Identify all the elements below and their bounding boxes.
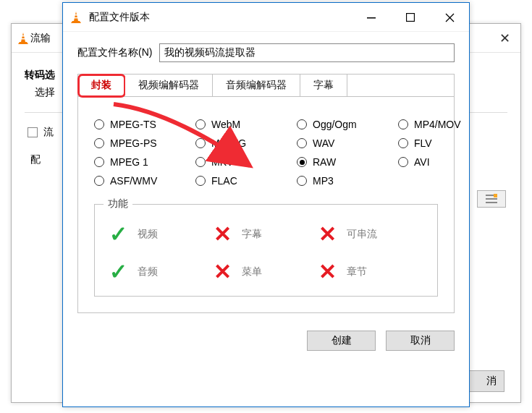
window-controls bbox=[352, 3, 469, 31]
encap-radio-grid: MPEG-TS WebM Ogg/Ogm MP4/MOV MPEG-PS MJP… bbox=[94, 119, 438, 187]
cross-icon: ✕ bbox=[214, 223, 232, 245]
cancel-button[interactable]: 取消 bbox=[386, 331, 455, 351]
profile-name-input[interactable] bbox=[159, 43, 455, 62]
cross-icon: ✕ bbox=[318, 223, 337, 245]
radio-mpegps[interactable]: MPEG-PS bbox=[94, 137, 174, 149]
tab-subtitles[interactable]: 字幕 bbox=[300, 74, 347, 96]
tab-video-codec[interactable]: 视频编解码器 bbox=[125, 74, 213, 96]
radio-webm[interactable]: WebM bbox=[195, 119, 275, 130]
svg-rect-0 bbox=[22, 35, 25, 36]
svg-rect-3 bbox=[486, 198, 497, 200]
maximize-button[interactable] bbox=[391, 3, 430, 32]
maximize-icon bbox=[406, 13, 415, 22]
features-legend: 功能 bbox=[104, 197, 132, 210]
features-grid: ✓视频 ✕字幕 ✕可串流 ✓音频 ✕菜单 ✕章节 bbox=[109, 223, 423, 283]
radio-mpegts[interactable]: MPEG-TS bbox=[94, 119, 174, 130]
radio-mp3[interactable]: MP3 bbox=[297, 175, 376, 187]
svg-rect-9 bbox=[407, 14, 415, 22]
feature-stream: ✕可串流 bbox=[318, 223, 423, 245]
dialog-body: 配置文件名称(N) 封装 视频编解码器 音频编解码器 字幕 MPEG-TS We… bbox=[63, 32, 469, 323]
vlc-cone-icon bbox=[69, 10, 83, 25]
check-icon: ✓ bbox=[109, 261, 127, 283]
radio-ogg[interactable]: Ogg/Ogm bbox=[297, 119, 376, 130]
profile-name-row: 配置文件名称(N) bbox=[77, 43, 455, 62]
svg-rect-1 bbox=[22, 38, 25, 39]
vlc-cone-icon bbox=[16, 31, 30, 46]
radio-flv[interactable]: FLV bbox=[398, 137, 478, 149]
radio-wav[interactable]: WAV bbox=[297, 137, 376, 149]
tab-content: MPEG-TS WebM Ogg/Ogm MP4/MOV MPEG-PS MJP… bbox=[78, 97, 454, 312]
close-icon bbox=[445, 13, 455, 22]
tab-encapsulation[interactable]: 封装 bbox=[78, 74, 125, 97]
back-close-icon[interactable]: ✕ bbox=[489, 24, 520, 53]
window-title: 配置文件版本 bbox=[89, 11, 150, 24]
svg-rect-5 bbox=[494, 194, 497, 197]
tab-audio-codec[interactable]: 音频编解码器 bbox=[213, 74, 300, 96]
svg-rect-6 bbox=[75, 14, 77, 15]
feature-subs: ✕字幕 bbox=[214, 223, 318, 245]
radio-mpeg1[interactable]: MPEG 1 bbox=[94, 156, 174, 168]
feature-menu: ✕菜单 bbox=[214, 261, 318, 283]
radio-flac[interactable]: FLAC bbox=[195, 175, 275, 187]
svg-rect-4 bbox=[486, 202, 497, 203]
minimize-button[interactable] bbox=[352, 3, 391, 32]
minimize-icon bbox=[367, 13, 376, 22]
feature-audio: ✓音频 bbox=[109, 261, 214, 283]
titlebar: 配置文件版本 bbox=[63, 3, 469, 32]
list-icon bbox=[486, 194, 497, 204]
radio-mp4[interactable]: MP4/MOV bbox=[398, 119, 478, 130]
features-box: 功能 ✓视频 ✕字幕 ✕可串流 ✓音频 ✕菜单 ✕章节 bbox=[94, 204, 438, 297]
checkbox-icon[interactable] bbox=[28, 127, 38, 137]
feature-video: ✓视频 bbox=[109, 223, 214, 245]
tabs-container: 封装 视频编解码器 音频编解码器 字幕 MPEG-TS WebM Ogg/Ogm… bbox=[77, 74, 455, 313]
radio-asf[interactable]: ASF/WMV bbox=[94, 175, 174, 187]
create-button[interactable]: 创建 bbox=[307, 331, 376, 351]
radio-mjpeg[interactable]: MJPEG bbox=[195, 137, 275, 149]
cross-icon: ✕ bbox=[318, 261, 337, 283]
back-checkbox-label: 流 bbox=[43, 126, 54, 139]
check-icon: ✓ bbox=[109, 223, 127, 245]
radio-avi[interactable]: AVI bbox=[398, 156, 478, 168]
radio-raw[interactable]: RAW bbox=[297, 156, 376, 168]
tab-strip: 封装 视频编解码器 音频编解码器 字幕 bbox=[78, 74, 454, 97]
back-title: 流输 bbox=[30, 32, 51, 45]
list-button-icon[interactable] bbox=[477, 190, 506, 208]
svg-rect-8 bbox=[367, 17, 376, 19]
radio-mkv[interactable]: MKV bbox=[195, 156, 275, 168]
cross-icon: ✕ bbox=[214, 261, 232, 283]
profile-edit-dialog: 配置文件版本 配置文件名称(N) 封装 视频编解码器 音频编解码器 字幕 MPE… bbox=[62, 2, 470, 407]
feature-chapters: ✕章节 bbox=[318, 261, 423, 283]
svg-rect-7 bbox=[75, 17, 77, 18]
profile-name-label: 配置文件名称(N) bbox=[77, 46, 152, 59]
close-button[interactable] bbox=[430, 3, 469, 32]
dialog-footer: 创建 取消 bbox=[63, 323, 469, 362]
